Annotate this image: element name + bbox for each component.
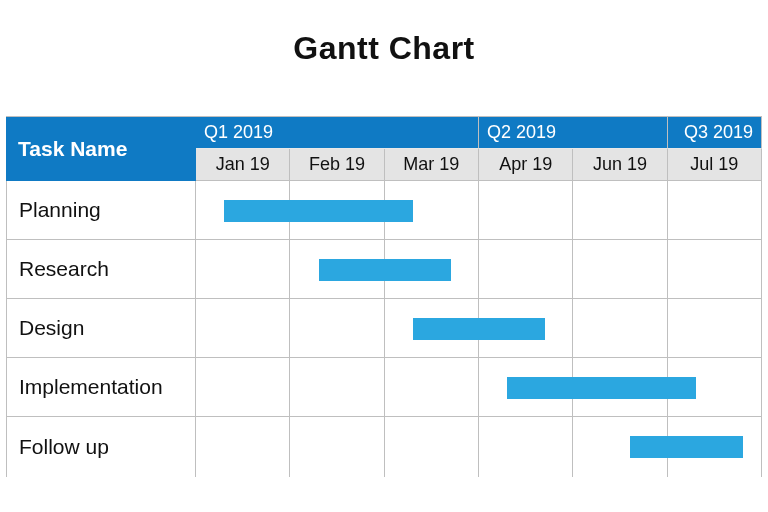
table-row: Implementation [6,358,762,417]
task-timeline [196,417,762,477]
table-row: Follow up [6,417,762,477]
task-timeline [196,240,762,299]
task-timeline [196,358,762,417]
table-row: Research [6,240,762,299]
month-cell: Jul 19 [668,149,762,181]
month-cell: Feb 19 [290,149,384,181]
task-name-cell: Design [6,299,196,358]
page-title: Gantt Chart [0,30,768,67]
quarter-cell: Q2 2019 [479,117,668,149]
quarter-cell: Q3 2019 [668,117,762,149]
month-cell: Jan 19 [196,149,290,181]
task-name-cell: Follow up [6,417,196,477]
task-name-cell: Implementation [6,358,196,417]
month-cell: Apr 19 [479,149,573,181]
months-row: Jan 19 Feb 19 Mar 19 Apr 19 Jun 19 Jul 1… [196,149,762,181]
quarters-row: Q1 2019 Q2 2019 Q3 2019 [196,117,762,149]
task-timeline [196,299,762,358]
task-timeline [196,181,762,240]
table-row: Design [6,299,762,358]
table-row: Planning [6,181,762,240]
task-name-header: Task Name [6,117,196,181]
quarter-cell: Q1 2019 [196,117,479,149]
task-name-cell: Planning [6,181,196,240]
month-cell: Mar 19 [385,149,479,181]
gantt-chart: Task Name Q1 2019 Q2 2019 Q3 2019 Jan 19… [6,116,762,477]
month-cell: Jun 19 [573,149,667,181]
task-name-cell: Research [6,240,196,299]
